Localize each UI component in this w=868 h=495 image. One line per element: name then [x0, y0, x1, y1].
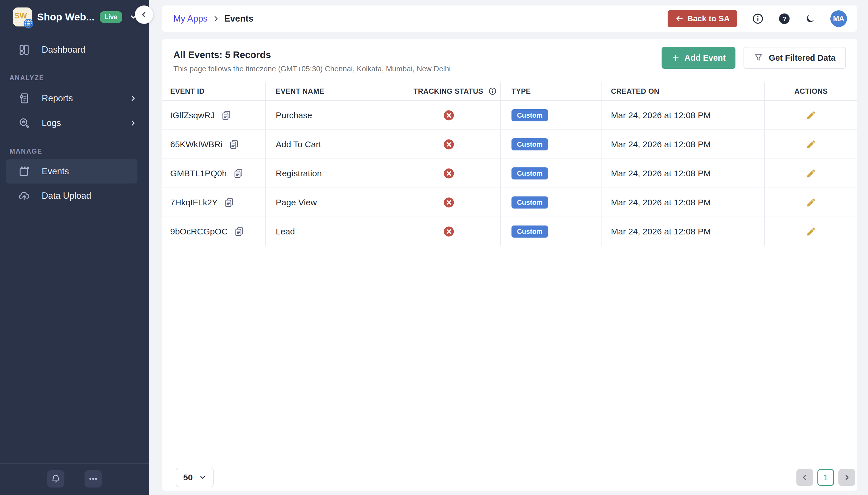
status-inactive-icon — [443, 139, 454, 150]
sidebar-nav: Dashboard ANALYZE Reports Logs MANAGE Ev… — [0, 33, 149, 463]
status-inactive-icon — [443, 197, 454, 208]
column-header-created-on: CREATED ON — [601, 82, 764, 100]
actions-cell — [764, 159, 857, 188]
reports-icon — [18, 92, 30, 104]
sidebar-section-manage: MANAGE — [10, 148, 149, 155]
help-icon[interactable]: ? — [779, 13, 790, 24]
edit-pencil-icon[interactable] — [806, 168, 816, 178]
edit-pencil-icon[interactable] — [806, 226, 816, 237]
copy-icon[interactable] — [221, 110, 231, 120]
ellipsis-icon — [88, 474, 98, 484]
event-id-cell: tGlfZsqwRJ — [162, 101, 265, 130]
prev-page-button[interactable] — [796, 469, 813, 486]
status-inactive-icon — [443, 110, 454, 121]
app-name: Shop Web... — [37, 11, 94, 23]
user-avatar[interactable]: MA — [830, 10, 847, 27]
actions-cell — [764, 130, 857, 158]
back-to-sa-button[interactable]: Back to SA — [668, 10, 737, 27]
next-page-button[interactable] — [838, 469, 855, 486]
add-event-label: Add Event — [685, 53, 726, 63]
filter-funnel-icon — [754, 53, 763, 63]
more-options-button[interactable] — [85, 470, 102, 488]
copy-icon[interactable] — [234, 226, 244, 237]
arrow-left-icon — [675, 14, 684, 23]
dark-mode-moon-icon[interactable] — [805, 14, 815, 24]
breadcrumb-current: Events — [224, 14, 253, 24]
table-header-row: EVENT ID EVENT NAME TRACKING STATUS TYPE… — [162, 82, 857, 101]
actions-cell — [764, 188, 857, 217]
created-on-cell: Mar 24, 2026 at 12:08 PM — [601, 159, 764, 188]
tracking-status-cell — [397, 101, 500, 130]
events-table: EVENT ID EVENT NAME TRACKING STATUS TYPE… — [162, 82, 857, 246]
type-cell: Custom — [500, 188, 601, 217]
sidebar-item-reports[interactable]: Reports — [0, 86, 149, 111]
page-size-select[interactable]: 50 — [176, 468, 214, 487]
sidebar-item-data-upload[interactable]: Data Upload — [0, 184, 149, 208]
sidebar: SW Shop Web... Live Dashboard ANALYZE Re… — [0, 0, 149, 495]
event-id: tGlfZsqwRJ — [170, 110, 215, 120]
cloud-upload-icon — [18, 190, 30, 202]
sidebar-item-logs[interactable]: Logs — [0, 111, 149, 135]
table-row: 7HkqIFLk2Y Page View Custom Mar 24, 2026… — [162, 188, 857, 217]
back-button-label: Back to SA — [687, 14, 730, 23]
main-content: My Apps Events Back to SA ? MA All Event… — [149, 0, 868, 495]
notifications-button[interactable] — [47, 470, 65, 488]
current-page-button[interactable]: 1 — [817, 469, 834, 486]
type-badge: Custom — [512, 138, 548, 150]
event-name-cell: Lead — [265, 217, 397, 246]
event-id: GMBTL1PQ0h — [170, 169, 227, 178]
tracking-status-cell — [397, 188, 500, 217]
type-badge: Custom — [512, 109, 548, 121]
add-event-button[interactable]: Add Event — [661, 47, 736, 69]
events-icon — [18, 165, 30, 177]
created-on-cell: Mar 24, 2026 at 12:08 PM — [601, 101, 764, 130]
status-inactive-icon — [443, 226, 454, 237]
status-inactive-icon — [443, 168, 454, 179]
svg-text:?: ? — [782, 15, 786, 22]
collapse-sidebar-button[interactable] — [135, 5, 153, 24]
sidebar-item-events[interactable]: Events — [6, 159, 138, 184]
breadcrumb: My Apps Events — [173, 14, 253, 24]
copy-icon[interactable] — [224, 197, 234, 208]
chevron-right-icon — [212, 15, 220, 22]
breadcrumb-my-apps[interactable]: My Apps — [173, 14, 208, 24]
sidebar-item-dashboard[interactable]: Dashboard — [0, 37, 149, 62]
event-name-cell: Add To Cart — [265, 130, 397, 158]
chevron-right-icon — [129, 119, 138, 127]
table-row: 65KWkIWBRi Add To Cart Custom Mar 24, 20… — [162, 130, 857, 159]
chevron-right-icon — [129, 94, 138, 103]
get-filtered-data-button[interactable]: Get Filtered Data — [744, 47, 846, 69]
event-name-cell: Purchase — [265, 101, 397, 130]
edit-pencil-icon[interactable] — [806, 110, 816, 120]
chevron-down-icon — [199, 474, 207, 481]
info-icon[interactable] — [752, 13, 764, 24]
type-badge: Custom — [512, 197, 548, 208]
pagination-bar: 50 1 — [162, 468, 857, 487]
table-row: tGlfZsqwRJ Purchase Custom Mar 24, 2026 … — [162, 101, 857, 130]
chevron-right-icon — [843, 474, 851, 481]
copy-icon[interactable] — [233, 168, 244, 178]
event-id-cell: 9bOcRCGpOC — [162, 217, 265, 246]
edit-pencil-icon[interactable] — [806, 197, 816, 208]
event-id: 9bOcRCGpOC — [170, 227, 228, 236]
info-icon[interactable] — [489, 87, 497, 95]
type-cell: Custom — [500, 101, 601, 130]
app-switcher[interactable]: SW Shop Web... Live — [0, 0, 149, 33]
sidebar-item-label: Events — [42, 166, 69, 176]
filter-button-label: Get Filtered Data — [769, 53, 835, 63]
tracking-status-label: TRACKING STATUS — [413, 87, 483, 96]
type-cell: Custom — [500, 130, 601, 158]
created-on-cell: Mar 24, 2026 at 12:08 PM — [601, 130, 764, 158]
type-cell: Custom — [500, 217, 601, 246]
event-id-cell: 65KWkIWBRi — [162, 130, 265, 158]
page-size-value: 50 — [183, 473, 193, 482]
event-id: 7HkqIFLk2Y — [170, 198, 218, 207]
topbar: My Apps Events Back to SA ? MA — [162, 5, 857, 32]
created-on-cell: Mar 24, 2026 at 12:08 PM — [601, 217, 764, 246]
sidebar-item-label: Dashboard — [42, 45, 85, 55]
event-id-cell: 7HkqIFLk2Y — [162, 188, 265, 217]
copy-icon[interactable] — [229, 139, 239, 150]
card-header: All Events: 5 Records This page follows … — [162, 39, 857, 82]
edit-pencil-icon[interactable] — [806, 139, 816, 150]
tracking-status-cell — [397, 159, 500, 188]
